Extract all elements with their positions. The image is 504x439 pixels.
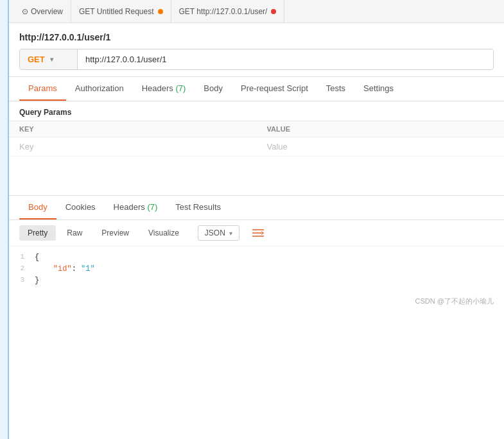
code-line-3: 3 }: [9, 275, 504, 286]
json-key: "id": [53, 264, 72, 273]
line-number: 2: [9, 264, 35, 272]
method-select[interactable]: GET ▾: [20, 49, 78, 69]
top-tab-bar: ⊙ Overview GET Untitled Request GET http…: [9, 0, 504, 23]
tab-settings[interactable]: Settings: [354, 77, 403, 101]
col-header-key: KEY: [9, 121, 257, 137]
headers-badge: (7): [175, 83, 186, 93]
response-area: Body Cookies Headers (7) Test Results Pr…: [9, 195, 504, 311]
wrap-lines-button[interactable]: [247, 226, 269, 240]
format-type-select[interactable]: JSON ▾: [198, 225, 239, 241]
format-btn-raw[interactable]: Raw: [58, 225, 91, 241]
line-number: 3: [9, 276, 35, 284]
response-tab-test-results[interactable]: Test Results: [166, 196, 230, 220]
dot-indicator: [271, 9, 276, 14]
line-content: "id": "1": [35, 264, 95, 273]
tab-body[interactable]: Body: [195, 77, 232, 101]
line-content: {: [35, 253, 39, 262]
spacer: [9, 157, 504, 195]
url-bar-area: http://127.0.0.1/user/1 GET ▾: [9, 23, 504, 77]
query-params-label: Query Params: [9, 101, 504, 121]
tab-overview[interactable]: ⊙ Overview: [14, 0, 71, 22]
response-tabs-row: Body Cookies Headers (7) Test Results: [9, 196, 504, 220]
url-title: http://127.0.0.1/user/1: [19, 32, 494, 42]
home-icon: ⊙: [22, 7, 28, 16]
response-tab-headers[interactable]: Headers (7): [105, 196, 167, 220]
format-btn-visualize[interactable]: Visualize: [140, 225, 187, 241]
json-value: "1": [81, 264, 95, 273]
watermark: CSDN @了不起的小瑜儿: [9, 291, 504, 311]
tab-params[interactable]: Params: [19, 77, 66, 101]
line-content: }: [35, 276, 39, 285]
dot-indicator: [158, 9, 163, 14]
tab-untitled-request[interactable]: GET Untitled Request: [71, 0, 171, 22]
col-header-value: VALUE: [257, 121, 505, 137]
code-area: 1 { 2 "id": "1" 3 }: [9, 246, 504, 291]
format-btn-preview[interactable]: Preview: [93, 225, 137, 241]
code-line-2: 2 "id": "1": [9, 263, 504, 275]
method-label: GET: [28, 55, 45, 64]
request-tabs-row: Params Authorization Headers (7) Body Pr…: [9, 77, 504, 101]
response-tab-cookies[interactable]: Cookies: [56, 196, 105, 220]
table-row: Key Value: [9, 137, 504, 157]
tab-tests[interactable]: Tests: [317, 77, 354, 101]
chevron-down-icon: ▾: [50, 56, 53, 63]
param-key-cell[interactable]: Key: [9, 137, 257, 157]
line-number: 1: [9, 253, 35, 261]
format-toolbar: Pretty Raw Preview Visualize JSON ▾: [9, 220, 504, 246]
response-headers-badge: (7): [147, 202, 157, 212]
tab-authorization[interactable]: Authorization: [66, 77, 133, 101]
params-table: KEY VALUE Key Value: [9, 121, 504, 157]
code-line-1: 1 {: [9, 252, 504, 263]
url-input[interactable]: [78, 49, 493, 69]
tab-user-request[interactable]: GET http://127.0.0.1/user/: [171, 0, 285, 22]
format-btn-pretty[interactable]: Pretty: [19, 225, 56, 241]
response-tab-body[interactable]: Body: [19, 196, 56, 220]
param-value-cell[interactable]: Value: [257, 137, 505, 157]
format-type-label: JSON: [205, 228, 225, 237]
url-input-row: GET ▾: [19, 49, 494, 70]
chevron-down-icon: ▾: [229, 230, 232, 237]
left-accent: [0, 0, 9, 311]
tab-prerequest-script[interactable]: Pre-request Script: [232, 77, 317, 101]
tab-headers[interactable]: Headers (7): [133, 77, 195, 101]
wrap-icon: [252, 228, 264, 237]
